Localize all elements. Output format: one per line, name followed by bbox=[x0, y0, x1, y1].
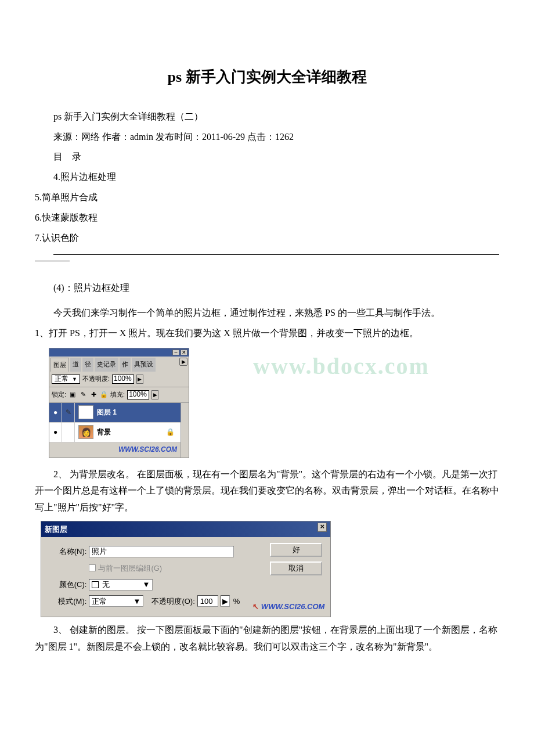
chevron-down-icon: ▼ bbox=[134, 595, 141, 608]
scrollbar[interactable] bbox=[181, 403, 189, 458]
lock-transparency-icon[interactable]: ▣ bbox=[68, 391, 77, 399]
chevron-down-icon: ▼ bbox=[143, 578, 150, 591]
blend-mode-select[interactable]: 正常 ▼ bbox=[52, 375, 80, 384]
cancel-button[interactable]: 取消 bbox=[270, 561, 322, 575]
panel-tabs: 图层 道 径 史记录 作 具预设 ▶ bbox=[49, 357, 189, 372]
fill-input[interactable]: 100% bbox=[127, 390, 149, 399]
slider-icon[interactable]: ▶ bbox=[136, 375, 143, 384]
minimize-icon[interactable]: – bbox=[172, 350, 179, 355]
opacity-input[interactable]: 100 bbox=[197, 595, 218, 607]
group-checkbox bbox=[89, 564, 96, 571]
fill-label: 填充: bbox=[110, 389, 125, 401]
panel-titlebar: – ✕ bbox=[49, 348, 189, 357]
step-text: 1、打开 PS，打开一 X 照片。现在我们要为这 X 照片做一个背景图，并改变一… bbox=[35, 325, 499, 342]
divider bbox=[53, 254, 499, 255]
layer-name[interactable]: 图层 1 bbox=[97, 406, 117, 419]
mode-value: 正常 bbox=[92, 595, 107, 608]
source-line: 来源：网络 作者：admin 发布时间：2011-06-29 点击：1262 bbox=[35, 129, 499, 146]
divider bbox=[35, 261, 70, 261]
page-title: ps 新手入门实例大全详细教程 bbox=[35, 64, 499, 91]
menu-icon[interactable]: ▶ bbox=[179, 358, 187, 366]
subtitle: ps 新手入门实例大全详细教程（二） bbox=[35, 109, 499, 125]
section-heading: (4)：照片边框处理 bbox=[35, 280, 499, 297]
percent-label: % bbox=[233, 595, 240, 608]
tab[interactable]: 道 bbox=[70, 358, 81, 372]
opacity-input[interactable]: 100% bbox=[112, 375, 134, 384]
close-icon[interactable]: × bbox=[317, 523, 327, 532]
watermark: www.bdocx.com bbox=[253, 345, 430, 387]
slider-icon[interactable]: ▶ bbox=[151, 390, 158, 399]
color-value: 无 bbox=[102, 578, 110, 591]
opacity-label: 不透明度: bbox=[82, 373, 110, 385]
dialog-title: 新图层 bbox=[45, 523, 67, 536]
mode-select[interactable]: 正常 ▼ bbox=[89, 595, 143, 607]
name-label: 名称(N): bbox=[49, 545, 86, 558]
layer-link-icon[interactable] bbox=[62, 423, 75, 442]
slider-icon[interactable]: ▶ bbox=[221, 595, 230, 607]
layer-name[interactable]: 背景 bbox=[97, 426, 111, 439]
tab-layers[interactable]: 图层 bbox=[50, 358, 69, 372]
lock-label: 锁定: bbox=[52, 389, 66, 401]
visibility-eye-icon[interactable]: ● bbox=[49, 403, 62, 422]
blend-mode-value: 正常 bbox=[55, 373, 68, 386]
opacity-label: 不透明度(O): bbox=[151, 595, 194, 608]
lock-icon: 🔒 bbox=[166, 426, 175, 439]
chevron-down-icon: ▼ bbox=[72, 375, 77, 384]
name-input[interactable]: 照片 bbox=[89, 546, 234, 557]
color-select[interactable]: 无 ▼ bbox=[89, 579, 153, 591]
toc-item: 4.照片边框处理 bbox=[35, 169, 499, 186]
group-label: 与前一图层编组(G) bbox=[98, 561, 162, 575]
new-layer-dialog: 新图层 × 好 取消 名称(N): 照片 与前一图层编组(G) 颜色(C): 无… bbox=[41, 521, 331, 617]
color-label: 颜色(C): bbox=[49, 578, 86, 591]
tab[interactable]: 作 bbox=[120, 358, 131, 372]
layer-thumbnail bbox=[78, 405, 93, 419]
mode-label: 模式(M): bbox=[49, 595, 86, 608]
tab[interactable]: 史记录 bbox=[95, 358, 118, 372]
step-text: 2、 为背景层改名。 在图层面板，现在有一个图层名为"背景"。这个背景层的右边有… bbox=[35, 466, 499, 516]
layer-thumbnail: 👩 bbox=[78, 425, 93, 439]
lock-move-icon[interactable]: ✚ bbox=[89, 391, 98, 399]
visibility-eye-icon[interactable]: ● bbox=[49, 423, 62, 442]
watermark: WWW.SCI26.COM bbox=[49, 442, 181, 458]
swatch-icon bbox=[92, 581, 99, 588]
close-icon[interactable]: ✕ bbox=[181, 350, 187, 355]
tab[interactable]: 径 bbox=[82, 358, 93, 372]
layer-row[interactable]: ● 👩 背景 🔒 bbox=[49, 423, 181, 442]
tab[interactable]: 具预设 bbox=[132, 358, 156, 372]
paragraph: 今天我们来学习制作一个简单的照片边框，通过制作过程，来熟悉 PS 的一些工具与制… bbox=[35, 305, 499, 322]
layers-panel: – ✕ 图层 道 径 史记录 作 具预设 ▶ 正常 ▼ 不透明度: 100% ▶… bbox=[49, 348, 189, 458]
layer-row[interactable]: ● ✎ 图层 1 bbox=[49, 403, 181, 423]
toc-item: 7.认识色阶 bbox=[35, 230, 499, 247]
ok-button[interactable]: 好 bbox=[270, 543, 322, 557]
watermark: ↖ WWW.SCI26.COM bbox=[252, 600, 324, 613]
step-text: 3、 创建新的图层。 按一下图层面板最下面的"创建新的图层"按钮，在背景层的上面… bbox=[35, 622, 499, 656]
arrow-icon: ↖ bbox=[252, 602, 259, 611]
lock-brush-icon[interactable]: ✎ bbox=[79, 391, 87, 399]
toc-heading: 目 录 bbox=[35, 149, 499, 165]
layer-link-icon[interactable]: ✎ bbox=[62, 403, 75, 422]
lock-all-icon[interactable]: 🔒 bbox=[100, 391, 108, 399]
toc-item: 5.简单照片合成 bbox=[35, 189, 499, 206]
toc-item: 6.快速蒙版教程 bbox=[35, 210, 499, 226]
